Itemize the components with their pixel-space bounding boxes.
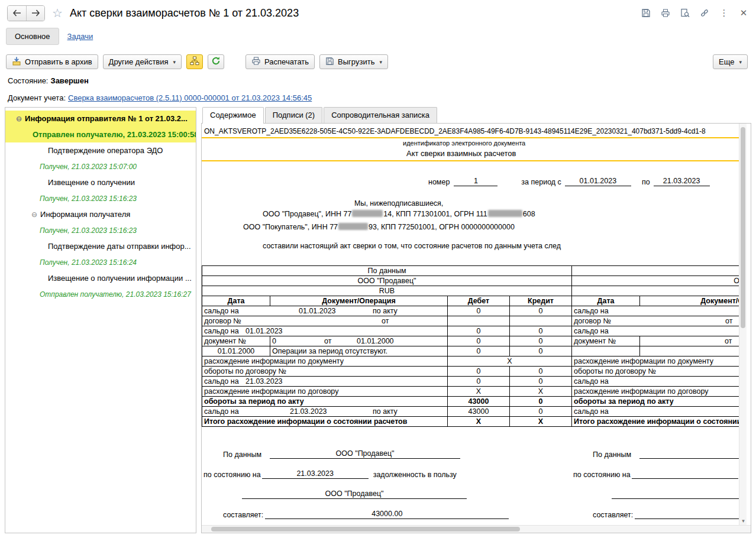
forward-button[interactable] <box>26 6 44 21</box>
form-number-line: номер 1 за период с 01.01.2023 по 21.03.… <box>202 177 739 186</box>
table-cell: сальдо на01.01.2023по акту <box>202 306 448 316</box>
redacted-blur <box>352 210 383 217</box>
as-of-date-empty <box>632 469 738 479</box>
more-label: Еще <box>719 57 734 66</box>
tree-item-row[interactable]: Подтверждение оператора ЭДО <box>5 142 196 158</box>
print-icon[interactable] <box>660 8 671 18</box>
redacted-blur <box>338 223 368 230</box>
table-cell <box>448 316 510 326</box>
save-icon[interactable] <box>641 8 651 18</box>
doc-id-line: ON_AKTSVEROTP_2AED35E6228-505E-4C50-922E… <box>202 124 739 138</box>
table-cell: ООО "Покупатель" <box>572 276 739 286</box>
refresh-button[interactable] <box>208 54 224 69</box>
tree-status-row: Получен, 21.03.2023 15:16:24 <box>5 254 196 270</box>
tree-status-row: Получен, 21.03.2023 15:16:23 <box>5 222 196 238</box>
table-cell: 0 <box>448 336 510 346</box>
table-cell: сальдо на <box>572 326 739 336</box>
as-of-label: по состоянию на <box>573 471 631 479</box>
table-cell: от <box>640 336 739 346</box>
status-value: Завершен <box>50 76 88 85</box>
table-cell <box>510 316 572 326</box>
table-cell: обороты по договору № <box>202 367 448 377</box>
table-cell: документ № <box>202 336 270 346</box>
tab-content[interactable]: Содержимое <box>202 107 264 124</box>
more-button[interactable]: Еще ▾ <box>713 54 748 69</box>
table-cell: X <box>448 387 510 397</box>
send-archive-button[interactable]: Отправить в архив <box>6 54 98 69</box>
intro-line: составили настоящий акт сверки о том, чт… <box>263 242 739 250</box>
number-label: номер <box>428 178 450 186</box>
status-line: Состояние:Завершен <box>0 73 756 87</box>
history-nav <box>7 5 45 21</box>
as-of-date: 21.03.2023 <box>262 469 369 479</box>
tree-item-row[interactable]: Отправлен получателю, 21.03.2023 15:00:5… <box>5 127 196 142</box>
footer-right: По данным по состоянию на <box>571 440 739 520</box>
table-cell: 0 <box>510 306 572 316</box>
printer-icon <box>251 56 261 67</box>
document-view: ON_AKTSVEROTP_2AED35E6228-505E-4C50-922E… <box>202 124 739 525</box>
print-button[interactable]: Распечатать <box>245 54 315 69</box>
by-data-value-empty <box>639 449 739 459</box>
back-button[interactable] <box>8 6 26 21</box>
vertical-scrollbar-thumb[interactable] <box>741 127 745 328</box>
vertical-scrollbar[interactable]: ▾ <box>739 124 747 525</box>
debtor-value-empty <box>612 490 739 499</box>
titlebar-actions: ⋮ ✕ <box>641 8 749 18</box>
tree-item-label: Подтверждение даты отправки инфор... <box>48 242 191 251</box>
by-data-label: По данным <box>223 451 261 459</box>
as-of-label: по состоянию на <box>203 471 261 479</box>
debtor-value: ООО "Продавец" <box>242 490 467 499</box>
form-title: Акт сверки взаимных расчетов <box>202 147 739 161</box>
link-icon[interactable] <box>699 8 710 18</box>
register-doc-link[interactable]: Сверка взаиморасчетов (2.5.11) 0000-0000… <box>68 93 312 102</box>
tab-main[interactable]: Основное <box>6 28 59 45</box>
table-cell: Дебет <box>448 296 510 306</box>
tree-item-row[interactable]: ⊖Информация отправителя № 1 от 21.03.2..… <box>5 111 196 127</box>
amount-label: составляет: <box>593 511 633 519</box>
tree-item-row[interactable]: ⊖Информация получателя <box>5 206 196 222</box>
horizontal-scrollbar[interactable] <box>202 525 751 533</box>
tree-item-label: Получен, 21.03.2023 15:16:23 <box>40 195 137 203</box>
collapse-icon[interactable]: ⊖ <box>31 210 37 219</box>
table-cell: X <box>510 417 572 427</box>
export-button[interactable]: Выгрузить ▾ <box>319 54 388 69</box>
tab-signatures[interactable]: Подписи (2) <box>265 107 322 123</box>
close-icon[interactable]: ✕ <box>738 8 749 18</box>
tree-item-label: Извещение о получении <box>48 178 135 187</box>
table-cell: обороты за период по акту <box>572 397 739 407</box>
chevron-down-icon: ▾ <box>173 59 176 65</box>
amount-value: 43000.00 <box>265 510 509 519</box>
tree-item-row[interactable]: Подтверждение даты отправки инфор... <box>5 238 196 254</box>
scroll-down-icon[interactable]: ▾ <box>739 518 747 524</box>
tree-item-label: Получен, 21.03.2023 15:16:24 <box>40 258 137 267</box>
other-actions-label: Другие действия <box>109 57 169 66</box>
table-cell: сальдо на01.01.2023 <box>202 326 448 336</box>
redacted-blur <box>488 210 522 217</box>
tree-item-label: Информация отправителя № 1 от 21.03.2... <box>25 114 188 123</box>
register-line: Документ учета:Сверка взаиморасчетов (2.… <box>0 87 756 107</box>
nav-tabs: Основное Задачи <box>0 26 756 46</box>
table-cell: 0 <box>448 326 510 336</box>
tree-item-label: Отправлен получателю, 21.03.2023 15:00:5… <box>33 130 196 139</box>
other-actions-button[interactable]: Другие действия ▾ <box>103 54 182 69</box>
form-footer: По данным ООО "Продавец" по состоянию на… <box>202 440 739 520</box>
tab-tasks[interactable]: Задачи <box>67 32 93 41</box>
horizontal-scrollbar-thumb[interactable] <box>211 527 520 531</box>
tree-item-row[interactable]: Извещение о получении информации ... <box>5 270 196 286</box>
collapse-icon[interactable]: ⊖ <box>16 115 22 123</box>
table-cell: X <box>448 417 510 427</box>
preview-icon[interactable] <box>680 8 690 18</box>
table-cell: 0 <box>448 306 510 316</box>
right-panel: Содержимое Подписи (2) Сопроводительная … <box>201 107 751 533</box>
app-window: ☆ Акт сверки взаиморасчетов № 1 от 21.03… <box>0 0 756 538</box>
favorite-star-icon[interactable]: ☆ <box>52 7 63 19</box>
structure-toggle-button[interactable] <box>186 54 203 69</box>
tree-item-row[interactable]: Извещение о получении <box>5 174 196 190</box>
more-icon[interactable]: ⋮ <box>719 8 729 18</box>
table-cell: договор №от <box>572 316 739 326</box>
table-cell <box>572 346 640 356</box>
table-cell: сальдо на <box>572 377 739 387</box>
tab-cover-note[interactable]: Сопроводительная записка <box>324 107 437 123</box>
footer-left: По данным ООО "Продавец" по состоянию на… <box>202 440 571 520</box>
titlebar: ☆ Акт сверки взаиморасчетов № 1 от 21.03… <box>0 0 756 26</box>
